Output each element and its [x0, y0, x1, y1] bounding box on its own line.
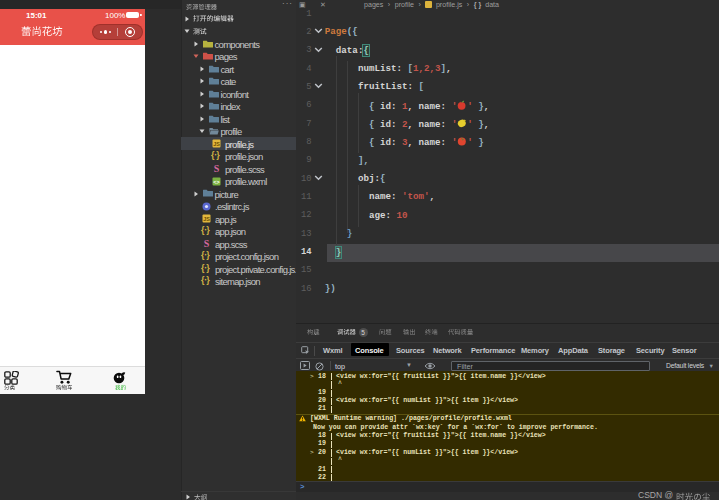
svg-text:JS: JS: [203, 216, 210, 222]
svg-text:S: S: [204, 239, 210, 248]
svg-text:S: S: [214, 164, 220, 173]
svg-text:JS: JS: [213, 141, 220, 147]
svg-text:<>: <>: [213, 179, 219, 185]
